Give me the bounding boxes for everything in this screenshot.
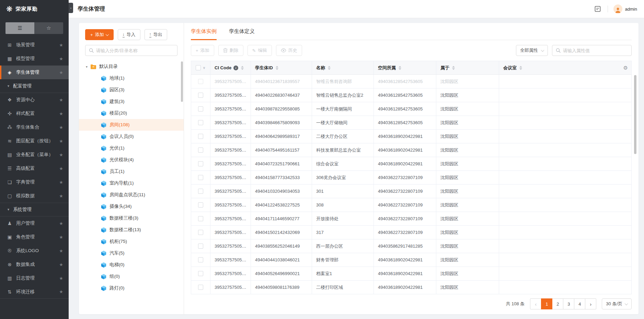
- table-row[interactable]: 3953275750549712 494040226830746437 智维云销…: [191, 88, 632, 102]
- row-checkbox[interactable]: [198, 134, 203, 139]
- history-button[interactable]: 历史: [276, 45, 302, 56]
- table-row[interactable]: 3953275750549718 494039878229558085 一楼大厅…: [191, 102, 632, 116]
- table-row[interactable]: 3953275750549720 494039846675809093 一楼大厅…: [191, 116, 632, 130]
- menu-list-toggle[interactable]: ☰: [5, 22, 34, 34]
- favorite-star-icon[interactable]: ★: [59, 180, 63, 185]
- row-checkbox[interactable]: [198, 79, 203, 84]
- sort-icon[interactable]: [241, 66, 244, 70]
- sort-icon[interactable]: [399, 66, 401, 70]
- favorite-star-icon[interactable]: ★: [59, 43, 63, 48]
- tree-node[interactable]: 地球(1): [79, 72, 184, 84]
- sidebar-item[interactable]: ▼ ▦ 模型管理 ★: [0, 52, 69, 66]
- page-number-button[interactable]: 2: [552, 298, 563, 309]
- table-row[interactable]: 3953275750549735 494040598081176389 二楼打印…: [191, 281, 632, 294]
- page-size-select[interactable]: 30 条/页: [602, 298, 632, 309]
- tree-node[interactable]: 机柜(75): [79, 236, 184, 247]
- sort-icon[interactable]: [328, 66, 331, 70]
- page-number-button[interactable]: 1: [541, 298, 552, 309]
- column-header-meeting-room[interactable]: 会议室 ⚙: [499, 61, 632, 75]
- next-page-button[interactable]: ›: [585, 298, 596, 309]
- favorite-star-icon[interactable]: ★: [59, 125, 63, 130]
- row-checkbox[interactable]: [198, 161, 203, 166]
- table-row[interactable]: 3953275750549745 494041224538227525 308 …: [191, 198, 632, 212]
- table-row[interactable]: 3953275750549754 494041711446590277 开放接待…: [191, 212, 632, 226]
- sidebar-item[interactable]: ▼ ⇅ 环境迁移 ★: [0, 285, 69, 299]
- tree-node[interactable]: 电梯(0): [79, 259, 184, 271]
- sidebar-item[interactable]: ▼ ♟ 用户管理 ★: [0, 216, 69, 230]
- delete-row-button[interactable]: 删除: [218, 45, 243, 56]
- sidebar-item[interactable]: ▼ ⊞ 场景管理 ★: [0, 38, 69, 52]
- favorite-star-icon[interactable]: ★: [59, 193, 63, 199]
- row-checkbox[interactable]: [198, 93, 203, 98]
- column-header-name[interactable]: 名称: [312, 61, 374, 75]
- column-header-belong[interactable]: 属于: [436, 61, 499, 75]
- sidebar-item[interactable]: ▼ ✣ 样式配置 ★: [0, 107, 69, 120]
- tab[interactable]: 孪生体定义: [229, 23, 255, 40]
- attribute-search-input[interactable]: [563, 48, 628, 53]
- favorite-star-icon[interactable]: ★: [59, 111, 63, 116]
- row-checkbox[interactable]: [198, 106, 203, 111]
- tree-node[interactable]: 建筑(3): [79, 96, 184, 107]
- table-row[interactable]: 3953275750549728 494040754495161157 科技发展…: [191, 143, 632, 157]
- favorite-star-icon[interactable]: ★: [59, 152, 63, 157]
- sidebar-item[interactable]: ▼ 系统管理: [0, 203, 69, 216]
- edit-row-button[interactable]: ✎ 编辑: [248, 45, 272, 56]
- tree-node[interactable]: 园区(3): [79, 84, 184, 96]
- row-checkbox[interactable]: [198, 175, 203, 180]
- row-checkbox[interactable]: [198, 216, 203, 221]
- sidebar-item[interactable]: ▼ ▢ 模拟数据 ★: [0, 189, 69, 203]
- favorite-star-icon[interactable]: ★: [59, 289, 63, 294]
- row-checkbox[interactable]: [198, 147, 203, 153]
- page-number-button[interactable]: 3: [563, 298, 574, 309]
- row-checkbox[interactable]: [198, 244, 203, 249]
- tree-search-input[interactable]: [96, 48, 174, 53]
- sidebar-item[interactable]: ▼ ☰ 高级配置 ★: [0, 162, 69, 175]
- prev-page-button[interactable]: ‹: [530, 298, 541, 309]
- user-menu[interactable]: admin: [613, 4, 637, 13]
- row-checkbox[interactable]: [198, 230, 203, 235]
- sidebar-item[interactable]: ▼ ▣ 角色管理 ★: [0, 230, 69, 244]
- table-row[interactable]: 3953275750549730 494040723251790661 综合会议…: [191, 157, 632, 171]
- tree-node[interactable]: 数据楼三楼(3): [79, 212, 184, 224]
- tree-node[interactable]: 员工(1): [79, 166, 184, 177]
- tree-node[interactable]: 会议人员(0): [79, 131, 184, 142]
- sort-icon[interactable]: [519, 66, 522, 70]
- tree-node[interactable]: 汽车(5): [79, 247, 184, 259]
- table-row[interactable]: 3953275750549755 494041502142432069 317 …: [191, 226, 632, 239]
- sidebar-item[interactable]: ▼ ▤ 业务配置（菜单） ★: [0, 148, 69, 162]
- table-row[interactable]: 3953275750549772 494038556252046149 西一层办…: [191, 239, 632, 253]
- row-checkbox[interactable]: [198, 285, 203, 290]
- sidebar-item[interactable]: ▼ ≋ 图层配置（按钮） ★: [0, 134, 69, 148]
- info-icon[interactable]: i: [233, 66, 238, 70]
- sidebar-item[interactable]: ▼ ◈ 孪生体管理 ★: [0, 66, 69, 79]
- sidebar-item[interactable]: ▼ ❖ 资源中心 ★: [0, 93, 69, 107]
- import-button[interactable]: ↓ 导入: [118, 29, 140, 40]
- column-header-ci-code[interactable]: CI Code i: [210, 61, 251, 75]
- tree-node[interactable]: 光伏(1): [79, 142, 184, 154]
- sidebar-collapse-button[interactable]: ‹: [69, 3, 73, 13]
- tree-node[interactable]: 数据楼二楼(13): [79, 224, 184, 236]
- favorite-star-icon[interactable]: ★: [59, 276, 63, 281]
- sort-icon[interactable]: [276, 66, 278, 70]
- table-row[interactable]: 3953275750549724 494040441038046021 财务管理…: [191, 253, 632, 267]
- tree-node[interactable]: 光伏模块(4): [79, 154, 184, 166]
- document-panel-button[interactable]: [593, 4, 602, 13]
- favorite-star-icon[interactable]: ★: [59, 262, 63, 267]
- sidebar-item[interactable]: ▼ ® 系统LOGO ★: [0, 244, 69, 258]
- attribute-filter-select[interactable]: 全部属性: [516, 45, 548, 56]
- tree-node[interactable]: 组(0): [79, 271, 184, 282]
- select-all-checkbox[interactable]: [196, 65, 201, 70]
- favorite-star-icon[interactable]: ★: [59, 139, 63, 144]
- table-row[interactable]: 3953275750549709 494040123671839557 智维云售…: [191, 75, 632, 88]
- favorite-star-icon[interactable]: ★: [59, 70, 63, 75]
- table-scrollbar[interactable]: [634, 75, 636, 154]
- tree-node[interactable]: 路灯(0): [79, 282, 184, 294]
- sidebar-item[interactable]: ▼ ⊗ 数据集成 ★: [0, 258, 69, 271]
- table-row[interactable]: 3953275750549723 494040642989589317 二楼大厅…: [191, 130, 632, 143]
- row-checkbox[interactable]: [198, 202, 203, 208]
- tree-node[interactable]: 房间盘点状态(11): [79, 189, 184, 201]
- table-row[interactable]: 3953275750549740 494041032049034053 301 …: [191, 185, 632, 198]
- add-row-button[interactable]: + 添加: [191, 45, 214, 56]
- row-checkbox[interactable]: [198, 189, 203, 194]
- export-button[interactable]: ↑ 导出: [145, 29, 167, 40]
